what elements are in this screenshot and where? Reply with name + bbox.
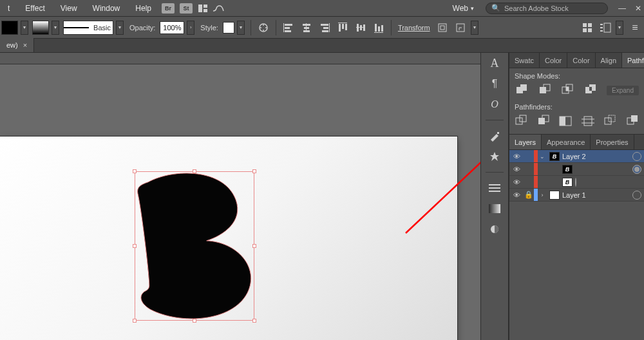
visibility-toggle-icon[interactable]: 👁 [509,165,524,173]
style-swatch[interactable] [223,22,234,33]
symbols-panel-icon[interactable] [486,149,504,164]
menu-prev-trunc[interactable]: t [1,3,16,14]
unite-icon[interactable] [515,84,529,97]
visibility-toggle-icon[interactable]: 👁 [509,178,524,186]
flyout-menu-icon[interactable]: ≡ [627,20,643,35]
ruler-horizontal[interactable] [0,53,480,64]
trim-icon[interactable] [537,115,551,128]
target-icon[interactable] [632,152,641,161]
align-top-icon[interactable] [335,20,350,35]
layer-row[interactable]: 👁B [509,176,644,189]
align-right-icon[interactable] [317,20,332,35]
stroke-panel-icon[interactable] [486,180,504,196]
target-icon[interactable] [575,178,576,187]
minus-front-icon[interactable] [538,84,552,97]
edit-contents-dd[interactable]: ▾ [471,21,478,35]
outline-icon[interactable] [603,115,617,128]
gradient-panel-icon[interactable] [486,201,504,216]
layer-name[interactable]: Layer 1 [562,191,632,199]
opacity-field[interactable]: 100% [160,21,184,34]
isolate-group-icon[interactable] [435,20,450,35]
character-panel-icon[interactable]: A [486,55,504,71]
visibility-toggle-icon[interactable]: 👁 [509,153,524,160]
intersect-icon[interactable] [561,84,575,97]
menu-window[interactable]: Window [86,3,127,14]
svg-rect-66 [584,117,592,126]
opacity-dropdown[interactable]: › [187,21,194,35]
panelmenu-dd[interactable]: ▾ [616,21,623,35]
svg-rect-38 [588,28,592,32]
target-icon[interactable] [632,165,641,174]
brush-definition[interactable]: Basic [63,21,113,35]
fill-dropdown[interactable]: ▾ [21,21,28,35]
arrange-docs-icon[interactable] [198,3,208,14]
stroke-dropdown[interactable]: ▾ [52,21,59,35]
panelmenu-icon[interactable] [598,20,613,35]
layer-row[interactable]: 👁⌄BLayer 2 [509,150,644,163]
svg-rect-17 [323,27,328,29]
document-tab[interactable]: ew) × [0,38,34,52]
svg-rect-35 [583,23,587,27]
layer-row[interactable]: 👁B [509,163,644,176]
minimize-icon[interactable]: — [618,4,626,13]
gpu-perf-icon[interactable] [213,3,223,14]
brush-dropdown[interactable]: ▾ [116,21,124,35]
bridge-badge-icon[interactable]: Br [162,3,175,14]
paragraph-panel-icon[interactable]: ¶ [486,76,504,91]
align-vcenter-icon[interactable] [353,20,368,35]
align-bottom-icon[interactable] [371,20,386,35]
tab-layers[interactable]: Layers [509,135,542,149]
artboard[interactable] [0,137,457,340]
divide-icon[interactable] [515,115,528,128]
tab-properties[interactable]: Properties [591,135,634,149]
visibility-toggle-icon[interactable]: 👁 [509,191,524,199]
svg-rect-15 [306,23,307,32]
stroke-swatch[interactable] [32,21,49,35]
tab-appearance[interactable]: Appearance [542,135,591,149]
layer-name[interactable] [575,178,644,186]
svg-rect-71 [631,115,638,122]
crop-icon[interactable] [582,115,595,128]
tab-pathfinder[interactable]: Pathfinder [622,53,644,68]
recolor-icon[interactable] [256,20,271,35]
glyphs-panel-icon[interactable]: O [486,97,504,112]
align-hcenter-icon[interactable] [299,20,314,35]
tab-colorguide[interactable]: Color [567,53,595,68]
search-input[interactable]: 🔍 Search Adobe Stock [486,3,608,14]
tab-color[interactable]: Color [540,53,567,68]
disclosure-icon[interactable]: ⌄ [538,153,547,160]
svg-rect-1 [204,5,207,8]
brushes-panel-icon[interactable] [486,128,504,144]
stock-badge-icon[interactable]: St [180,3,193,14]
lock-toggle-icon[interactable]: 🔒 [524,191,534,199]
transparency-panel-icon[interactable] [486,222,504,237]
svg-rect-31 [374,32,383,33]
canvas-area[interactable] [0,64,480,340]
menu-help[interactable]: Help [129,3,158,14]
exclude-icon[interactable] [583,84,598,97]
selection-bounds[interactable] [135,171,254,321]
minus-back-icon[interactable] [626,115,639,128]
menu-view[interactable]: View [54,3,84,14]
gridview-icon[interactable] [580,20,595,35]
fill-swatch[interactable] [1,21,18,35]
disclosure-icon[interactable]: › [538,192,547,198]
edit-contents-icon[interactable] [453,20,468,35]
menu-effect[interactable]: Effect [19,3,51,14]
target-icon[interactable] [632,191,641,200]
workspace-switcher[interactable]: Web ▾ [449,3,478,14]
style-dropdown[interactable]: ▾ [237,21,245,35]
style-label: Style: [198,24,220,32]
close-icon[interactable]: ✕ [635,4,641,13]
svg-rect-42 [604,23,611,32]
merge-icon[interactable] [559,115,573,128]
tab-swatches[interactable]: Swatc [509,53,540,68]
layer-row[interactable]: 👁🔒›Layer 1 [509,189,644,202]
transform-link[interactable]: Transform [396,24,432,32]
svg-rect-37 [583,28,587,32]
align-left-icon[interactable] [281,20,296,35]
layer-name[interactable]: Layer 2 [562,153,632,160]
artwork-shape[interactable] [135,172,254,320]
close-doc-icon[interactable]: × [23,41,27,49]
tab-align[interactable]: Align [596,53,622,68]
